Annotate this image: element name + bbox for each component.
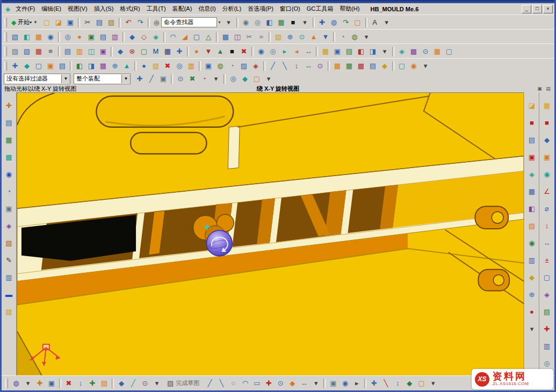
open-icon[interactable]: ◪ [53,17,64,28]
menu-help[interactable]: 帮助(H) [336,4,363,14]
tool-icon[interactable]: ◫ [86,46,97,57]
tool-icon[interactable]: ╱ [268,61,278,71]
tool-icon[interactable]: ◈ [396,46,407,57]
tool-icon[interactable]: ▲ [308,32,319,42]
menu-analysis[interactable]: 分析(L) [219,4,244,14]
roles-icon[interactable]: ✚ [3,100,15,111]
tool-icon[interactable]: ◆ [526,272,538,283]
menu-view[interactable]: 视图(V) [64,4,91,14]
viewport-canvas[interactable] [17,93,524,375]
selection-filter-dropdown[interactable]: 没有选择过滤器 ▼ [4,74,70,84]
tool-icon[interactable]: ▣ [98,46,109,57]
tool-icon[interactable]: ▥ [74,46,85,57]
menu-preferences[interactable]: 首选项(P) [244,4,277,14]
tool-icon[interactable]: ▦ [526,186,538,197]
tool-icon[interactable]: ◎ [541,358,553,369]
mirror-icon[interactable]: ◫ [232,32,243,42]
tool-icon[interactable]: ◆ [116,378,127,389]
tool-icon[interactable]: ▥ [186,61,197,71]
tool-icon[interactable]: ⊕ [285,32,295,42]
hole-icon[interactable]: ◎ [62,32,73,42]
toolbar-handle[interactable] [5,379,8,388]
extrude-icon[interactable]: ▦ [33,32,44,42]
midpoint-icon[interactable]: ▣ [158,74,169,84]
menu-tools[interactable]: 工具(T) [143,4,169,14]
tool-icon[interactable]: ◆ [115,46,126,57]
tool-icon[interactable]: ◍ [215,61,226,71]
intersection-icon[interactable]: ✖ [187,74,198,84]
menu-gc-toolbox[interactable]: GC工具箱 [304,4,337,14]
subtract-icon[interactable]: ◇ [139,32,149,42]
tool-icon[interactable]: ◈ [526,169,538,180]
tool-icon[interactable]: ● [191,46,202,57]
tool-icon[interactable]: ⊙ [140,378,150,389]
tool-icon[interactable]: ▥ [526,255,538,266]
tool-icon[interactable]: ▨ [273,32,284,42]
orient-view-icon[interactable]: ◧ [264,17,275,28]
profile-icon[interactable]: ╱ [204,378,215,389]
new-file-icon[interactable]: ▢ [41,17,52,28]
tool-icon[interactable]: ◂ [291,46,302,57]
close-button[interactable]: × [543,5,553,13]
assembly-navigator-icon[interactable]: ▤ [3,117,15,128]
tool-icon[interactable]: ⊗ [127,46,138,57]
tool-icon[interactable]: ╲ [380,378,391,389]
menu-file[interactable]: 文件(F) [12,4,38,14]
snapshot-icon[interactable]: ▦ [276,17,287,28]
tool-icon[interactable]: ◆ [21,61,32,71]
manufacturing-wizard-icon[interactable]: ▨ [3,237,15,249]
tool-icon[interactable]: ▨ [239,61,249,71]
globe-icon[interactable]: ◍ [11,378,21,389]
point-icon[interactable]: ✚ [263,378,274,389]
tool-icon[interactable]: ◉ [408,61,419,71]
tool-icon[interactable]: ▣ [203,61,214,71]
process-studio-icon[interactable]: ◈ [3,220,15,231]
red-book-icon[interactable]: ■ [526,117,538,128]
center-point-icon[interactable]: ⊙ [175,74,186,84]
dropdown-arrow-icon[interactable]: ▾ [379,46,390,57]
fit-view-icon[interactable]: ▢ [352,17,363,28]
tool-icon[interactable]: ▧ [21,46,32,57]
tool-icon[interactable]: ▦ [344,61,355,71]
constraint-navigator-icon[interactable]: ▦ [3,134,15,146]
shaded-display-icon[interactable]: ◉ [241,17,251,28]
tool-icon[interactable]: ◨ [86,61,97,71]
sketch-pencil-icon[interactable]: ✎ [3,255,15,266]
tool-icon[interactable]: ◆ [240,74,250,84]
selection-scope-dropdown[interactable]: 整个装配 ▼ [74,74,131,84]
graphics-viewport[interactable] [17,92,524,376]
tool-icon[interactable]: ▣ [526,151,538,163]
boss-icon[interactable]: ● [74,32,85,42]
dropdown-arrow-icon[interactable]: ▾ [23,378,33,389]
toolbar-handle[interactable] [4,61,7,71]
tool-icon[interactable]: ◧ [356,46,366,57]
blend-icon[interactable]: ◠ [168,32,178,42]
tool-icon[interactable]: ✚ [174,46,185,57]
tool-icon[interactable]: ◉ [541,169,553,180]
tool-icon[interactable]: ╱ [128,378,139,389]
text-style-icon[interactable]: A [370,17,380,28]
part-navigator-icon[interactable]: ▩ [3,151,15,163]
tool-icon[interactable]: ◈ [250,61,261,71]
dropdown-arrow-icon[interactable]: ▾ [381,17,392,28]
restore-button[interactable]: □ [532,5,542,13]
dropdown-arrow-icon[interactable]: ▾ [428,378,438,389]
tool-icon[interactable]: ╲ [279,61,290,71]
finish-sketch-button[interactable]: ▨ 完成草图 [167,379,199,387]
delete-icon[interactable]: ✖ [239,46,249,57]
tool-icon[interactable]: ▤ [57,61,68,71]
redo-icon[interactable]: ↷ [135,17,146,28]
cut-icon[interactable]: ✂ [82,17,93,28]
arc-icon[interactable]: ◠ [240,378,250,389]
shell-icon[interactable]: ▢ [191,32,202,42]
tool-icon[interactable]: ▦ [432,46,443,57]
tool-icon[interactable]: ✚ [34,378,45,389]
menu-format[interactable]: 格式(R) [117,4,143,14]
menu-information[interactable]: 信息(I) [195,4,219,14]
ruler-icon[interactable]: ▬ [3,289,15,300]
dropdown-arrow-icon[interactable]: ▾ [151,378,162,389]
tool-icon[interactable]: ▸ [351,378,362,389]
tool-icon[interactable]: ▥ [541,340,553,352]
tool-icon[interactable]: ▤ [99,378,110,389]
unite-icon[interactable]: ◆ [127,32,138,42]
